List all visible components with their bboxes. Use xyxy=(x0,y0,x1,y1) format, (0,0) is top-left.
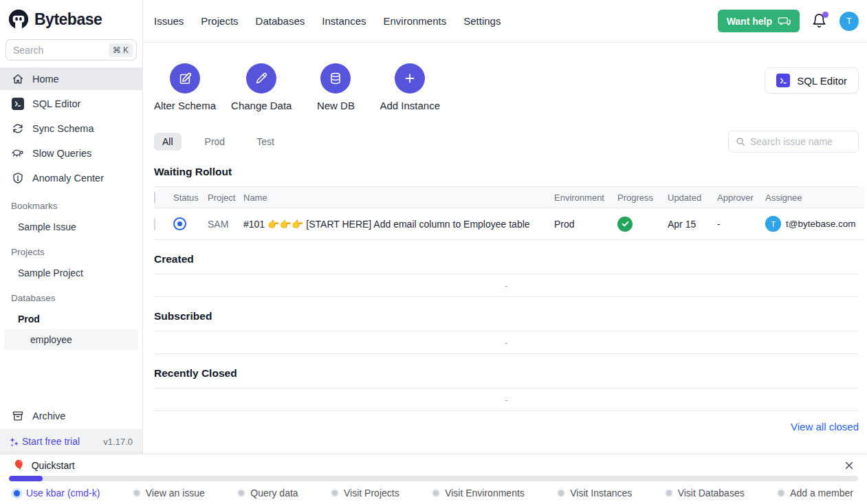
want-help-label: Want help xyxy=(727,16,772,27)
select-all-checkbox[interactable] xyxy=(154,192,155,204)
col-progress: Progress xyxy=(617,193,668,203)
top-navigation: Issues Projects Databases Instances Envi… xyxy=(143,0,867,43)
sidebar-item-sync-schema[interactable]: Sync Schema xyxy=(0,117,142,140)
sidebar-item-employee-db[interactable]: employee xyxy=(4,329,138,350)
change-data-button[interactable]: Change Data xyxy=(231,63,292,111)
task-visit-projects[interactable]: Visit Projects xyxy=(332,487,399,498)
quickstart-tasks: Use kbar (cmd-k) View an issue Query dat… xyxy=(0,481,867,498)
col-updated: Updated xyxy=(668,193,717,203)
app-shell: Bytebase ⌘ K Home SQL Editor Sync Schema xyxy=(0,0,867,454)
waiting-rollout-table: Status Project Name Environment Progress… xyxy=(154,187,864,240)
sidebar-item-label: Slow Queries xyxy=(32,148,91,159)
issue-approver: - xyxy=(717,219,765,230)
section-title-waiting-rollout: Waiting Rollout xyxy=(154,166,859,178)
edit-square-icon xyxy=(170,63,200,94)
quickstart-progress-fill xyxy=(9,476,43,481)
sidebar-item-sample-project[interactable]: Sample Project xyxy=(0,263,142,283)
quickstart-progress-bar xyxy=(9,476,858,481)
task-view-an-issue[interactable]: View an issue xyxy=(134,487,205,498)
table-header-row: Status Project Name Environment Progress… xyxy=(154,187,864,208)
subscribed-empty-placeholder: - xyxy=(154,331,859,354)
quick-actions: Alter Schema Change Data New DB xyxy=(154,63,440,111)
notifications-bell-icon[interactable] xyxy=(811,13,828,30)
sidebar-item-sql-editor[interactable]: SQL Editor xyxy=(0,92,142,115)
pencil-icon xyxy=(246,63,276,94)
quick-action-label: Alter Schema xyxy=(154,100,216,111)
sidebar-item-sample-issue[interactable]: Sample Issue xyxy=(0,217,142,237)
tab-test[interactable]: Test xyxy=(248,133,283,151)
task-use-kbar[interactable]: Use kbar (cmd-k) xyxy=(14,487,100,498)
home-icon xyxy=(11,72,24,85)
tab-all[interactable]: All xyxy=(154,133,182,151)
add-instance-button[interactable]: Add Instance xyxy=(380,63,440,111)
sql-editor-button[interactable]: SQL Editor xyxy=(765,67,859,94)
close-icon[interactable] xyxy=(844,460,855,471)
want-help-button[interactable]: Want help xyxy=(718,10,800,32)
home-content: Alter Schema Change Data New DB xyxy=(143,43,867,454)
bytebase-logo-icon xyxy=(8,9,29,30)
notification-dot xyxy=(822,12,828,18)
env-tabs: All Prod Test xyxy=(154,131,859,153)
sidebar-item-home[interactable]: Home xyxy=(0,67,142,90)
issue-updated: Apr 15 xyxy=(668,219,717,230)
sql-editor-label: SQL Editor xyxy=(797,75,847,87)
quick-action-label: New DB xyxy=(317,100,355,111)
issue-row[interactable]: SAM #101 👉👉👉 [START HERE] Add email colu… xyxy=(154,208,864,240)
sidebar-item-anomaly-center[interactable]: Anomaly Center xyxy=(0,166,142,189)
dot-icon xyxy=(558,490,564,496)
task-visit-instances[interactable]: Visit Instances xyxy=(558,487,632,498)
col-environment: Environment xyxy=(554,193,617,203)
user-avatar[interactable]: T xyxy=(839,12,859,31)
trial-bar: Start free trial v1.17.0 xyxy=(0,429,142,454)
start-free-trial-label: Start free trial xyxy=(22,436,80,447)
created-empty-placeholder: - xyxy=(154,274,859,297)
topnav-settings[interactable]: Settings xyxy=(463,15,501,27)
col-assignee: Assignee xyxy=(765,193,864,203)
issue-search-input[interactable] xyxy=(750,136,851,147)
issue-name-link[interactable]: #101 👉👉👉 [START HERE] Add email column t… xyxy=(243,219,554,230)
sync-icon xyxy=(11,122,24,135)
issue-search-box[interactable] xyxy=(728,131,859,153)
brand-logo[interactable]: Bytebase xyxy=(0,0,142,35)
topnav-databases[interactable]: Databases xyxy=(256,15,305,27)
version-label: v1.17.0 xyxy=(103,437,133,447)
quickstart-panel: 🎈 Quickstart Use kbar (cmd-k) View an is… xyxy=(0,454,867,504)
issue-project-key: SAM xyxy=(208,219,243,230)
sidebar-item-prod-env[interactable]: Prod xyxy=(0,309,142,329)
row-checkbox[interactable] xyxy=(154,218,155,230)
sidebar-section-databases: Databases xyxy=(0,283,142,309)
view-all-closed-link[interactable]: View all closed xyxy=(791,421,859,432)
col-approver: Approver xyxy=(717,193,765,203)
balloon-icon: 🎈 xyxy=(12,459,25,472)
dot-icon xyxy=(433,490,439,496)
task-visit-environments[interactable]: Visit Environments xyxy=(433,487,525,498)
section-title-recently-closed: Recently Closed xyxy=(154,367,859,380)
topnav-projects[interactable]: Projects xyxy=(201,15,238,27)
dot-icon xyxy=(134,490,140,496)
tab-prod[interactable]: Prod xyxy=(197,133,234,151)
task-visit-databases[interactable]: Visit Databases xyxy=(666,487,745,498)
topnav-instances[interactable]: Instances xyxy=(322,15,366,27)
archive-icon xyxy=(11,409,24,422)
sidebar-item-label: Anomaly Center xyxy=(32,173,104,184)
task-add-a-member[interactable]: Add a member xyxy=(778,487,853,498)
search-input[interactable] xyxy=(13,45,109,56)
open-status-icon xyxy=(173,217,186,230)
sidebar-search[interactable]: ⌘ K xyxy=(6,39,137,61)
sidebar-item-archive[interactable]: Archive xyxy=(0,404,142,427)
start-free-trial-link[interactable]: Start free trial xyxy=(8,436,80,448)
chat-bubble-icon xyxy=(778,15,791,27)
dot-icon xyxy=(666,490,672,496)
main-area: Issues Projects Databases Instances Envi… xyxy=(143,0,867,454)
topnav-issues[interactable]: Issues xyxy=(154,15,184,27)
progress-done-icon xyxy=(617,217,633,232)
new-db-button[interactable]: New DB xyxy=(307,63,364,111)
topnav-environments[interactable]: Environments xyxy=(383,15,446,27)
sidebar-item-label: Sync Schema xyxy=(32,123,94,134)
sidebar-section-bookmarks: Bookmarks xyxy=(0,191,142,217)
section-title-created: Created xyxy=(154,253,859,265)
sidebar-item-slow-queries[interactable]: Slow Queries xyxy=(0,142,142,164)
plus-icon xyxy=(395,63,425,94)
task-query-data[interactable]: Query data xyxy=(239,487,298,498)
alter-schema-button[interactable]: Alter Schema xyxy=(154,63,216,111)
